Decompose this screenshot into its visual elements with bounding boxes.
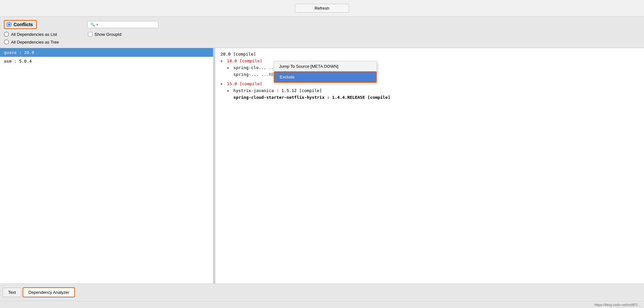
refresh-button[interactable]: Refresh [295,4,349,13]
search-box[interactable]: 🔍 ▾ [87,21,158,28]
triangle-hystrix: ▼ [227,89,231,93]
show-group-id-wrapper[interactable]: Show GroupId [88,32,121,37]
all-deps-tree-radio[interactable] [4,39,9,45]
conflicts-radio-option[interactable]: Conflicts [6,22,33,27]
all-deps-tree-label: All Dependencies as Tree [11,40,59,45]
main-container: Refresh Conflicts 🔍 ▾ All Dependencies a… [0,0,644,308]
search-icon: 🔍 [90,22,95,27]
control-row-1: Conflicts 🔍 ▾ [4,20,640,29]
all-deps-tree-option[interactable]: All Dependencies as Tree [4,39,59,45]
right-panel: 20.0 [compile] ▼ 18.0 [compile] ▼ spring… [215,48,644,283]
list-item-asm-label: asm : 5.0.4 [4,59,32,64]
line-text-hystrix: hystrix-javanica : 1.5.12 [compile] [233,88,322,93]
line-text-spring-hystrix: spring-cloud-starter-netflix-hystrix : 1… [233,95,390,100]
context-menu-item-jump[interactable]: Jump To Source [META DOWN] [274,61,377,71]
content-area: guava : 20.0 asm : 5.0.4 20.0 [compile] … [0,48,644,283]
tab-dependency-analyzer-label: Dependency Analyzer [28,290,69,295]
status-bar: https://blog.csdn.net/mzl87/... [0,301,644,308]
context-menu-item-exclude[interactable]: Exclude [274,71,377,83]
conflicts-option-wrapper[interactable]: Conflicts [4,20,37,29]
bottom-tabs: Text Dependency Analyzer [0,283,644,301]
line-text-spring-sub: spring-... [233,72,259,77]
line-text-spring-clo: spring-clo... [233,65,266,70]
tab-dependency-analyzer[interactable]: Dependency Analyzer [23,287,75,297]
tab-text[interactable]: Text [3,288,21,297]
all-deps-list-radio[interactable] [4,32,9,37]
tree-line-spring-hystrix: spring-cloud-starter-netflix-hystrix : 1… [233,94,639,101]
status-url: https://blog.csdn.net/mzl87/... [595,303,641,307]
context-menu: Jump To Source [META DOWN] Exclude [274,61,377,83]
show-group-id-checkbox[interactable] [88,32,92,36]
triangle-spring-clo: ▼ [227,66,231,70]
line-text-18: 18.0 [compile] [227,58,263,63]
context-menu-exclude-label: Exclude [280,75,295,79]
refresh-bar: Refresh [0,0,644,17]
control-row-2: All Dependencies as List Show GroupId [4,32,640,37]
triangle-15: ▼ [220,82,224,86]
controls-area: Conflicts 🔍 ▾ All Dependencies as List S… [0,17,644,48]
tree-line-20: 20.0 [compile] [220,51,639,57]
conflicts-radio[interactable] [6,22,12,27]
left-panel: guava : 20.0 asm : 5.0.4 [0,48,213,283]
line-text-20: 20.0 [compile] [220,52,256,56]
line-text-15: 15.0 [compile] [227,81,263,86]
all-deps-list-option[interactable]: All Dependencies as List [4,32,57,37]
triangle-18: ▼ [220,59,224,63]
list-item-asm[interactable]: asm : 5.0.4 [0,57,213,66]
all-deps-list-label: All Dependencies as List [11,32,57,37]
tab-text-label: Text [8,290,16,295]
search-dropdown-arrow[interactable]: ▾ [96,23,98,27]
list-item-guava-label: guava : 20.0 [4,50,34,55]
conflicts-label: Conflicts [14,22,33,27]
show-group-id-label: Show GroupId [94,32,121,37]
tree-line-hystrix: ▼ hystrix-javanica : 1.5.12 [compile] [227,87,639,94]
context-menu-jump-label: Jump To Source [META DOWN] [279,64,338,69]
list-item-guava[interactable]: guava : 20.0 [0,48,213,57]
control-row-3: All Dependencies as Tree [4,39,640,45]
